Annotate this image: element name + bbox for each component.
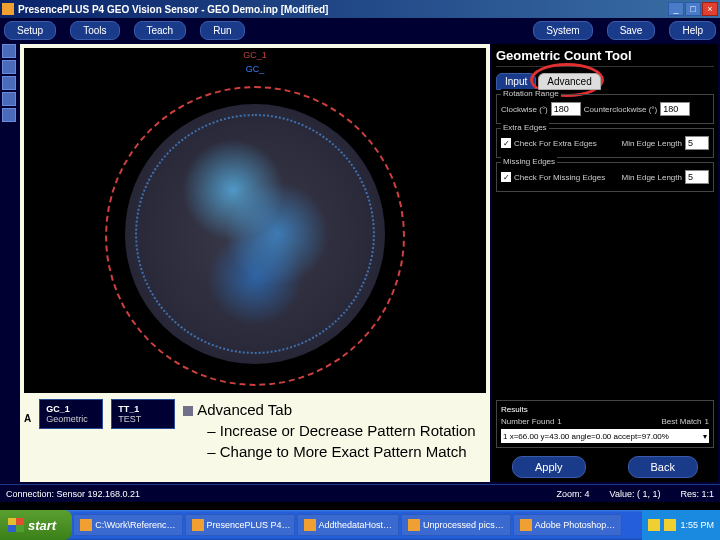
app-icon (192, 519, 204, 531)
group-title: Extra Edges (501, 123, 549, 132)
chevron-down-icon: ▾ (703, 432, 707, 441)
num-found-value: 1 (557, 417, 561, 426)
window-titlebar: PresencePLUS P4 GEO Vision Sensor - GEO … (0, 0, 720, 18)
menu-system[interactable]: System (533, 21, 592, 40)
bullet-icon (183, 406, 193, 416)
extra-edges-label: Check For Extra Edges (514, 139, 597, 148)
results-line: 1 x=66.00 y=43.00 angle=0.00 accept=97.0… (503, 432, 669, 441)
notes-line: – Increase or Decrease Pattern Rotation (183, 420, 475, 441)
group-results: Results Number Found 1 Best Match 1 1 x=… (496, 400, 714, 448)
res-label: Res: (680, 489, 699, 499)
group-title: Rotation Range (501, 89, 561, 98)
group-title: Results (501, 405, 709, 414)
start-button[interactable]: start (0, 510, 72, 540)
app-menubar: Setup Tools Teach Run System Save Help (0, 18, 720, 42)
missing-edges-label: Check For Missing Edges (514, 173, 605, 182)
windows-taskbar: start C:\Work\Referenc… PresencePLUS P4…… (0, 510, 720, 540)
extra-min-label: Min Edge Length (622, 139, 683, 148)
toolbox-type: Geometric (46, 414, 96, 424)
zoom-value: 4 (585, 489, 590, 499)
extra-min-input[interactable] (685, 136, 709, 150)
tool-settings-panel: Geometric Count Tool Input Advanced Rota… (492, 44, 718, 482)
toolbox-type: TEST (118, 414, 168, 424)
overlay-label-gc1: GC_1 (243, 50, 267, 60)
app-icon (408, 519, 420, 531)
cw-input[interactable] (551, 102, 581, 116)
connection-status: Connection: Sensor 192.168.0.21 (6, 489, 140, 499)
taskbar-item[interactable]: AddthedataHost… (297, 514, 400, 536)
sample-object (125, 104, 385, 364)
best-match-label: Best Match (662, 417, 702, 426)
notes-line: – Change to More Exact Pattern Match (183, 441, 475, 462)
ccw-label: Counterclockwise (°) (584, 105, 657, 114)
menu-help[interactable]: Help (669, 21, 716, 40)
tab-advanced[interactable]: Advanced (538, 73, 600, 90)
toolbox-name: GC_1 (46, 404, 96, 414)
best-match-value: 1 (705, 417, 709, 426)
toolbox-name: TT_1 (118, 404, 168, 414)
menu-save[interactable]: Save (607, 21, 656, 40)
tray-icon[interactable] (664, 519, 676, 531)
group-missing-edges: Missing Edges ✓ Check For Missing Edges … (496, 162, 714, 192)
value-value: ( 1, 1) (637, 489, 661, 499)
tray-icon[interactable] (648, 519, 660, 531)
vision-canvas[interactable]: GC_1 GC_ (24, 48, 486, 393)
windows-logo-icon (8, 518, 24, 532)
close-button[interactable]: × (702, 2, 718, 16)
ccw-input[interactable] (660, 102, 690, 116)
app-icon (520, 519, 532, 531)
missing-min-input[interactable] (685, 170, 709, 184)
taskbar-item[interactable]: Adobe Photoshop… (513, 514, 623, 536)
menu-tools[interactable]: Tools (70, 21, 119, 40)
cw-label: Clockwise (°) (501, 105, 548, 114)
app-icon (2, 3, 14, 15)
taskbar-item[interactable]: PresencePLUS P4… (185, 514, 295, 536)
taskbar-item[interactable]: C:\Work\Referenc… (73, 514, 182, 536)
tool-icon[interactable] (2, 92, 16, 106)
apply-button[interactable]: Apply (512, 456, 586, 478)
selection-tag: A (24, 399, 31, 424)
window-title: PresencePLUS P4 GEO Vision Sensor - GEO … (18, 4, 668, 15)
tool-icon[interactable] (2, 108, 16, 122)
toolbox-gc1[interactable]: GC_1 Geometric (39, 399, 103, 429)
left-toolstrip (0, 42, 18, 484)
tool-icon[interactable] (2, 60, 16, 74)
group-extra-edges: Extra Edges ✓ Check For Extra Edges Min … (496, 128, 714, 158)
toolbox-tt1[interactable]: TT_1 TEST (111, 399, 175, 429)
status-bar: Connection: Sensor 192.168.0.21 Zoom: 4 … (0, 484, 720, 502)
image-panel: GC_1 GC_ A GC_1 Geometric TT_1 TEST Adva… (20, 44, 490, 482)
res-value: 1:1 (701, 489, 714, 499)
notes-title: Advanced Tab (197, 401, 292, 418)
tool-icon[interactable] (2, 76, 16, 90)
missing-min-label: Min Edge Length (622, 173, 683, 182)
overlay-label-gc: GC_ (246, 64, 265, 74)
panel-title: Geometric Count Tool (496, 48, 714, 67)
back-button[interactable]: Back (628, 456, 698, 478)
minimize-button[interactable]: _ (668, 2, 684, 16)
value-label: Value: (610, 489, 635, 499)
num-found-label: Number Found (501, 417, 554, 426)
maximize-button[interactable]: □ (685, 2, 701, 16)
extra-edges-checkbox[interactable]: ✓ (501, 138, 511, 148)
group-rotation: Rotation Range Clockwise (°) Countercloc… (496, 94, 714, 124)
taskbar-item[interactable]: Unprocessed pics… (401, 514, 511, 536)
zoom-label: Zoom: (557, 489, 583, 499)
system-tray[interactable]: 1:55 PM (642, 510, 720, 540)
group-title: Missing Edges (501, 157, 557, 166)
missing-edges-checkbox[interactable]: ✓ (501, 172, 511, 182)
menu-run[interactable]: Run (200, 21, 244, 40)
app-icon (304, 519, 316, 531)
tool-icon[interactable] (2, 44, 16, 58)
menu-setup[interactable]: Setup (4, 21, 56, 40)
clock: 1:55 PM (680, 520, 714, 530)
start-label: start (28, 518, 56, 533)
slide-notes: Advanced Tab – Increase or Decrease Patt… (183, 399, 475, 462)
folder-icon (80, 519, 92, 531)
menu-teach[interactable]: Teach (134, 21, 187, 40)
results-dropdown[interactable]: 1 x=66.00 y=43.00 angle=0.00 accept=97.0… (501, 429, 709, 443)
tab-input[interactable]: Input (496, 73, 536, 90)
